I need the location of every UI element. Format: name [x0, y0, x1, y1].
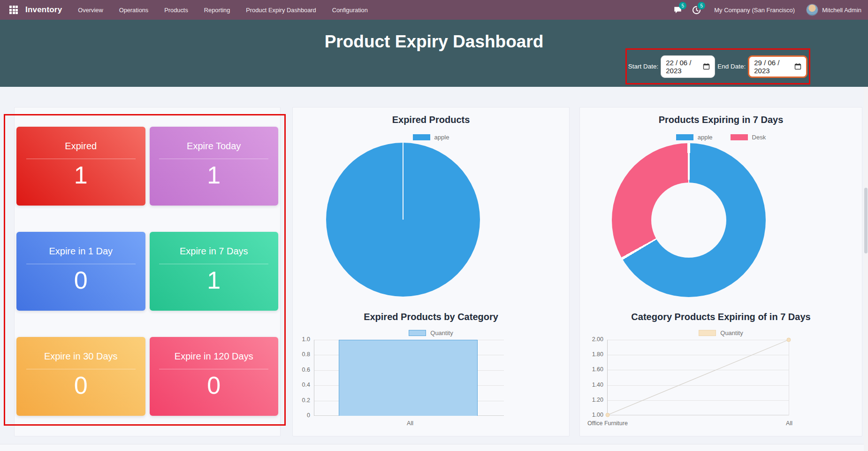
- tile-divider: [159, 159, 268, 159]
- pie-legend[interactable]: apple: [293, 134, 569, 141]
- tile-divider: [26, 264, 136, 264]
- tile-count: 0: [16, 268, 145, 292]
- data-point-office-furniture[interactable]: [606, 413, 609, 417]
- data-point-all[interactable]: [787, 338, 791, 342]
- category-expiring-line[interactable]: [607, 340, 789, 415]
- menu-item-configuration[interactable]: Configuration: [332, 7, 368, 14]
- end-date-value: 29 / 06 / 2023: [754, 59, 791, 75]
- bar-chart-title: Expired Products by Category: [293, 312, 569, 322]
- tile-divider: [26, 369, 136, 369]
- page-footer-strip: [0, 444, 868, 451]
- tile-divider: [159, 264, 268, 264]
- line-ytick: 2.00: [581, 336, 603, 343]
- bar-ytick: 1.0: [293, 336, 310, 343]
- activities-badge: 5: [698, 2, 705, 9]
- tile-expire-today[interactable]: Expire Today 1: [150, 127, 279, 206]
- calendar-icon[interactable]: [794, 63, 801, 70]
- tile-divider: [159, 369, 268, 369]
- bar-ytick: 0.6: [293, 367, 310, 373]
- tile-count: 1: [150, 268, 279, 292]
- bar-legend[interactable]: Quantity: [293, 329, 569, 336]
- end-date-input[interactable]: 29 / 06 / 2023: [748, 55, 807, 78]
- line-ytick: 1.20: [581, 397, 603, 403]
- user-avatar[interactable]: [806, 4, 818, 16]
- tile-count: 1: [150, 163, 279, 187]
- start-date-label: Start Date:: [628, 63, 659, 70]
- line-xtick-office-furniture: Office Furniture: [587, 420, 628, 427]
- bar-ytick: 0: [293, 412, 310, 419]
- line-series: [608, 340, 789, 415]
- tile-count: 0: [150, 373, 279, 397]
- doughnut-chart-title: Products Expiring in 7 Days: [580, 115, 862, 125]
- menu-item-overview[interactable]: Overview: [78, 7, 103, 14]
- menu-item-reporting[interactable]: Reporting: [204, 7, 230, 14]
- vertical-scrollbar[interactable]: [864, 87, 868, 451]
- line-chart-title: Category Products Expiring of in 7 Days: [580, 312, 862, 322]
- annotation-box-dates: Start Date: 22 / 06 / 2023 End Date: 29 …: [625, 48, 810, 84]
- main-menu: Overview Operations Products Reporting P…: [78, 7, 367, 14]
- app-brand[interactable]: Inventory: [25, 5, 62, 15]
- doughnut-legend[interactable]: apple Desk: [580, 134, 862, 141]
- end-date-label: End Date:: [717, 63, 746, 70]
- tile-expire-30-days[interactable]: Expire in 30 Days 0: [16, 337, 145, 416]
- user-name[interactable]: Mitchell Admin: [822, 7, 861, 14]
- pie-chart-title: Expired Products: [293, 115, 569, 125]
- scrollbar-thumb[interactable]: [864, 188, 868, 253]
- legend-label-apple: apple: [698, 134, 713, 141]
- messages-icon[interactable]: 5: [672, 4, 683, 15]
- legend-label-quantity: Quantity: [720, 329, 743, 336]
- expiring-7days-doughnut[interactable]: [612, 143, 766, 297]
- bar-ytick: 0.8: [293, 351, 310, 358]
- legend-swatch-apple: [413, 134, 430, 140]
- tile-expire-7-days[interactable]: Expire in 7 Days 1: [150, 232, 279, 311]
- tile-label: Expire in 7 Days: [150, 246, 279, 257]
- apps-grid-icon[interactable]: [9, 6, 18, 14]
- legend-label-apple: apple: [434, 134, 449, 141]
- legend-label-desk: Desk: [752, 134, 766, 141]
- tile-expired[interactable]: Expired 1: [16, 127, 145, 206]
- bar-ytick: 0.4: [293, 382, 310, 388]
- menu-item-product-expiry-dashboard[interactable]: Product Expiry Dashboard: [246, 7, 316, 14]
- start-date-input[interactable]: 22 / 06 / 2023: [661, 55, 715, 78]
- bar-ytick: 0.2: [293, 397, 310, 404]
- calendar-icon[interactable]: [703, 63, 710, 70]
- tile-divider: [26, 159, 136, 159]
- line-ytick: 1.60: [581, 366, 603, 373]
- company-switcher[interactable]: My Company (San Francisco): [714, 7, 795, 14]
- expired-products-panel: Expired Products apple Expired Products …: [292, 107, 570, 436]
- tile-label: Expire in 1 Day: [16, 246, 145, 257]
- tile-expire-1-day[interactable]: Expire in 1 Day 0: [16, 232, 145, 311]
- menu-item-products[interactable]: Products: [164, 7, 188, 14]
- tile-label: Expire in 120 Days: [150, 351, 279, 362]
- legend-label-quantity: Quantity: [430, 329, 453, 336]
- line-xtick-all: All: [780, 420, 799, 427]
- line-ytick: 1.00: [581, 412, 603, 418]
- tile-count: 0: [16, 373, 145, 397]
- bar-xtick-all: All: [387, 420, 434, 427]
- tile-label: Expire in 30 Days: [16, 351, 145, 362]
- legend-swatch-desk: [731, 134, 748, 140]
- tile-expire-120-days[interactable]: Expire in 120 Days 0: [150, 337, 279, 416]
- activity-clock-icon[interactable]: 5: [691, 4, 702, 15]
- top-navbar: Inventory Overview Operations Products R…: [0, 0, 868, 20]
- expired-products-pie[interactable]: [326, 143, 480, 297]
- messages-badge: 5: [679, 2, 686, 9]
- line-ytick: 1.80: [581, 351, 603, 358]
- tile-count: 1: [16, 163, 145, 187]
- legend-swatch-quantity: [409, 330, 426, 336]
- expiring-products-panel: Products Expiring in 7 Days apple Desk C…: [579, 107, 862, 436]
- expired-by-category-bar[interactable]: [314, 340, 504, 416]
- line-ytick: 1.40: [581, 382, 603, 388]
- summary-tiles-panel: Expired 1 Expire Today 1 Expire in 1 Day…: [14, 107, 281, 436]
- dashboard-header: Product Expiry Dashboard Start Date: 22 …: [0, 20, 868, 87]
- legend-swatch-quantity: [699, 330, 716, 336]
- start-date-value: 22 / 06 / 2023: [666, 59, 700, 75]
- line-legend[interactable]: Quantity: [580, 329, 862, 336]
- quantity-bar-all[interactable]: [339, 340, 478, 416]
- tiles-grid: Expired 1 Expire Today 1 Expire in 1 Day…: [15, 107, 280, 436]
- tile-label: Expired: [16, 141, 145, 152]
- legend-swatch-apple: [676, 134, 693, 140]
- navbar-right: 5 5 My Company (San Francisco) Mitchell …: [664, 4, 868, 16]
- menu-item-operations[interactable]: Operations: [119, 7, 149, 14]
- tile-label: Expire Today: [150, 141, 279, 152]
